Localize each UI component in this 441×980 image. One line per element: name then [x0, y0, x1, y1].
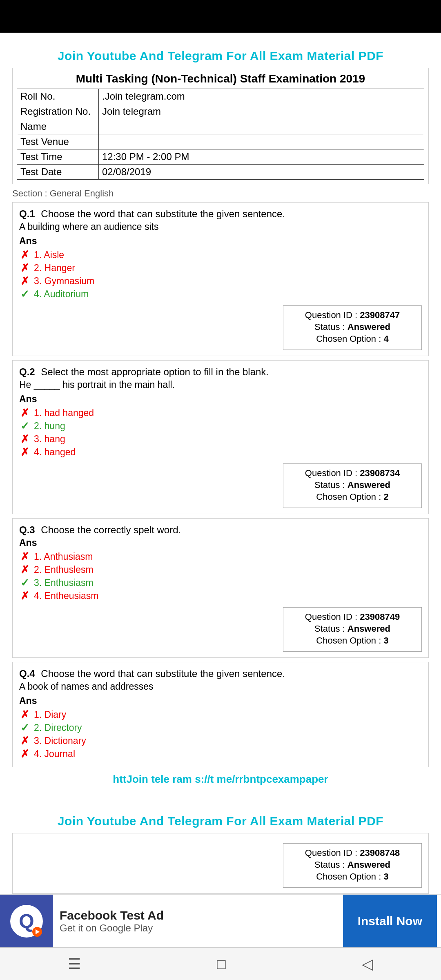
- q1-num: Q.1: [19, 208, 35, 219]
- q3-option-4: ✗ 4. Entheusiasm: [19, 590, 422, 601]
- field-value: Join telegram: [99, 104, 424, 119]
- exam-title: Multi Tasking (Non-Technical) Staff Exam…: [17, 72, 424, 85]
- clearfix: Question ID : 23908747 Status : Answered…: [19, 301, 422, 350]
- q1-header: Q.1 Choose the word that can substitute …: [19, 208, 422, 220]
- q1-chosen-row: Chosen Option : 4: [292, 334, 413, 344]
- q1-status-row: Status : Answered: [292, 322, 413, 332]
- wrong-icon: ✗: [19, 748, 31, 760]
- check-icon: ✓: [19, 288, 31, 300]
- q1-option-4-text: 4. Auditorium: [34, 289, 89, 300]
- q3-ans-label: Ans: [19, 537, 422, 548]
- q3-id-row: Question ID : 23908749: [292, 612, 413, 622]
- q1-option-4: ✓ 4. Auditorium: [19, 288, 422, 300]
- wrong-icon: ✗: [19, 262, 31, 274]
- field-label: Roll No.: [17, 89, 99, 104]
- q2-status: Answered: [347, 480, 390, 490]
- home-icon[interactable]: □: [217, 956, 226, 973]
- wrong-icon: ✗: [19, 564, 31, 575]
- wrong-icon: ✗: [19, 590, 31, 601]
- q2-chosen: 2: [383, 492, 388, 502]
- top-id: 23908748: [360, 848, 400, 858]
- q2-option-4: ✗ 4. hanged: [19, 446, 422, 458]
- q2-subtext: He _____ his portrait in the main hall.: [19, 379, 422, 390]
- question-2-block: Q.2 Select the most appropriate option t…: [12, 360, 429, 514]
- install-now-button[interactable]: Install Now: [343, 895, 437, 948]
- q2-ans-label: Ans: [19, 394, 422, 405]
- q4-option-1-text: 1. Diary: [34, 709, 66, 720]
- q3-chosen-row: Chosen Option : 3: [292, 635, 413, 646]
- q3-option-4-text: 4. Entheusiasm: [34, 590, 99, 601]
- clearfix: Question ID : 23908749 Status : Answered…: [19, 603, 422, 652]
- q1-option-3-text: 3. Gymnasium: [34, 276, 94, 287]
- wrong-icon: ✗: [19, 709, 31, 720]
- top-chosen-row: Chosen Option : 3: [292, 871, 413, 882]
- menu-icon[interactable]: ☰: [68, 956, 81, 973]
- status-bar: [0, 0, 441, 33]
- q1-option-1: ✗ 1. Aisle: [19, 249, 422, 261]
- q1-option-1-text: 1. Aisle: [34, 249, 64, 261]
- wrong-icon: ✗: [19, 249, 31, 261]
- q2-id: 23908734: [360, 468, 400, 478]
- q4-text: Choose the word that can substitute the …: [41, 668, 285, 679]
- q2-status-row: Status : Answered: [292, 480, 413, 490]
- q3-id-box: Question ID : 23908749 Status : Answered…: [283, 607, 422, 652]
- q4-option-3: ✗ 3. Dictionary: [19, 735, 422, 746]
- play-triangle-icon: [36, 929, 40, 934]
- q2-option-4-text: 4. hanged: [34, 447, 76, 458]
- q4-option-2-text: 2. Directory: [34, 722, 82, 733]
- bottom-link: httJoin tele ram s://t me/rrbntpcexampap…: [12, 773, 429, 786]
- question-4-block: Q.4 Choose the word that can substitute …: [12, 662, 429, 767]
- top-chosen: 3: [383, 871, 388, 882]
- q3-option-3: ✓ 3. Enthusiasm: [19, 577, 422, 588]
- q1-option-2: ✗ 2. Hanger: [19, 262, 422, 274]
- table-row: Test Date 02/08/2019: [17, 165, 424, 180]
- field-value: 12:30 PM - 2:00 PM: [99, 149, 424, 165]
- q3-option-2-text: 2. Enthuslesm: [34, 564, 94, 575]
- q4-ans-label: Ans: [19, 695, 422, 706]
- navigation-bar: ☰ □ ◁: [0, 947, 441, 980]
- q3-chosen: 3: [383, 635, 388, 646]
- q2-option-2: ✓ 2. hung: [19, 420, 422, 432]
- q1-id: 23908747: [360, 310, 400, 320]
- back-icon[interactable]: ◁: [362, 956, 373, 973]
- q1-ans-label: Ans: [19, 236, 422, 247]
- q3-status-row: Status : Answered: [292, 624, 413, 634]
- wrong-icon: ✗: [19, 551, 31, 562]
- q4-option-2: ✓ 2. Directory: [19, 722, 422, 733]
- q3-id: 23908749: [360, 612, 400, 622]
- ad-icon-circle: Q: [10, 905, 43, 938]
- ad-banner: Q Facebook Test Ad Get it on Google Play…: [0, 894, 441, 947]
- q1-option-2-text: 2. Hanger: [34, 263, 75, 274]
- section-label: Section : General English: [12, 188, 429, 199]
- top-id-row: Question ID : 23908748: [292, 848, 413, 858]
- q2-header: Q.2 Select the most appropriate option t…: [19, 366, 422, 378]
- q4-subtext: A book of names and addresses: [19, 681, 422, 692]
- field-value: [99, 119, 424, 134]
- section-1: Join Youtube And Telegram For All Exam M…: [0, 33, 441, 806]
- top-id-box: Question ID : 23908748 Status : Answered…: [283, 843, 422, 888]
- q1-option-3: ✗ 3. Gymnasium: [19, 275, 422, 287]
- wrong-icon: ✗: [19, 446, 31, 458]
- top-status-row: Status : Answered: [292, 860, 413, 870]
- section1-heading: Join Youtube And Telegram For All Exam M…: [12, 49, 429, 63]
- q2-option-1: ✗ 1. had hanged: [19, 407, 422, 419]
- q3-option-2: ✗ 2. Enthuslesm: [19, 564, 422, 575]
- q4-option-4-text: 4. Journal: [34, 748, 75, 760]
- q1-status: Answered: [347, 322, 390, 332]
- table-row: Test Time 12:30 PM - 2:00 PM: [17, 149, 424, 165]
- q2-chosen-row: Chosen Option : 2: [292, 492, 413, 502]
- q4-option-4: ✗ 4. Journal: [19, 748, 422, 760]
- field-value: [99, 134, 424, 149]
- q2-id-box: Question ID : 23908734 Status : Answered…: [283, 463, 422, 508]
- q1-text: Choose the word that can substitute the …: [41, 208, 285, 219]
- q1-subtext: A building where an audience sits: [19, 221, 422, 232]
- ad-title: Facebook Test Ad: [60, 909, 336, 922]
- question-1-block: Q.1 Choose the word that can substitute …: [12, 202, 429, 356]
- q4-num: Q.4: [19, 668, 35, 679]
- exam-info-box: Multi Tasking (Non-Technical) Staff Exam…: [12, 68, 429, 184]
- q3-option-1: ✗ 1. Anthusiasm: [19, 551, 422, 562]
- q2-option-1-text: 1. had hanged: [34, 408, 94, 419]
- field-label: Test Venue: [17, 134, 99, 149]
- table-row: Test Venue: [17, 134, 424, 149]
- exam-info-table: Roll No. .Join telegram.com Registration…: [17, 89, 424, 180]
